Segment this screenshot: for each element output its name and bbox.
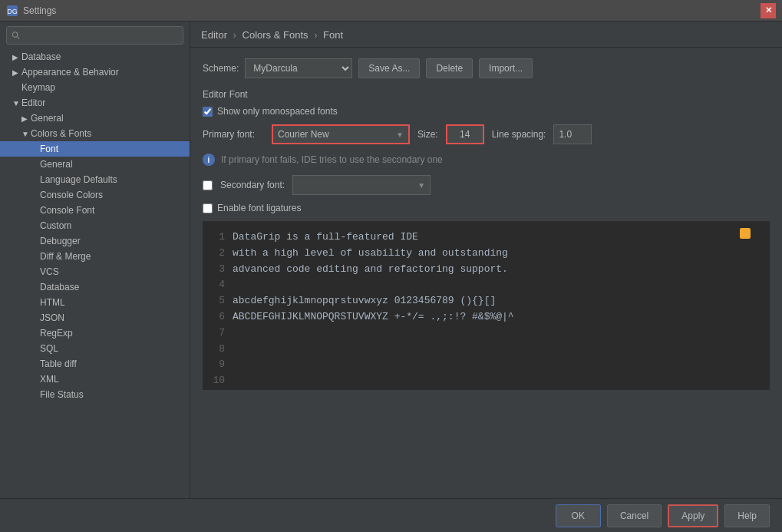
- scheme-row: Scheme: MyDarcula Darcula Default Save A…: [203, 58, 770, 78]
- line-number: 2: [211, 246, 225, 262]
- monospace-checkbox-row: Show only monospaced fonts: [203, 106, 770, 117]
- orange-indicator: [740, 228, 751, 239]
- size-input[interactable]: [446, 124, 484, 144]
- secondary-font-arrow: ▼: [417, 181, 425, 190]
- line-number: 9: [211, 357, 225, 373]
- sidebar-item-console-font[interactable]: Console Font: [0, 203, 190, 218]
- sidebar-item-label: File Status: [40, 389, 183, 400]
- sidebar-item-language-defaults[interactable]: Language Defaults: [0, 172, 190, 187]
- sidebar-item-console-colors[interactable]: Console Colors: [0, 187, 190, 203]
- sidebar-item-label: RegExp: [40, 328, 183, 339]
- sidebar-item-json[interactable]: JSON: [0, 310, 190, 325]
- line-spacing-input[interactable]: [553, 124, 592, 144]
- app-icon: DG: [6, 5, 18, 17]
- tree-arrow: ▼: [21, 130, 31, 138]
- search-box[interactable]: [6, 26, 183, 45]
- breadcrumb-part-0: Editor: [201, 29, 227, 41]
- search-input[interactable]: [23, 30, 178, 41]
- main-layout: ▶Database▶Appearance & BehaviorKeymap▼Ed…: [0, 21, 782, 498]
- scheme-label: Scheme:: [203, 63, 239, 74]
- content-area: Editor › Colors & Fonts › Font Scheme: M…: [190, 21, 782, 498]
- monospace-label: Show only monospaced fonts: [217, 106, 338, 117]
- secondary-font-checkbox[interactable]: [203, 180, 213, 190]
- list-item: 1DataGrip is a full-featured IDE: [211, 230, 761, 246]
- sidebar-item-vcs[interactable]: VCS: [0, 264, 190, 279]
- preview-text: advanced code editing and refactoring su…: [233, 262, 508, 278]
- breadcrumb-part-1: Colors & Fonts: [243, 29, 309, 41]
- save-as-button[interactable]: Save As...: [358, 58, 420, 78]
- sidebar-item-font[interactable]: Font: [0, 141, 190, 157]
- sidebar-item-label: Editor: [21, 97, 183, 108]
- sidebar-item-label: XML: [40, 374, 183, 385]
- sidebar-item-editor[interactable]: ▼Editor: [0, 95, 190, 111]
- tree-container: ▶Database▶Appearance & BehaviorKeymap▼Ed…: [0, 49, 190, 402]
- list-item: 10: [211, 373, 761, 389]
- breadcrumb: Editor › Colors & Fonts › Font: [190, 21, 782, 48]
- sidebar-item-custom[interactable]: Custom: [0, 218, 190, 233]
- line-number: 6: [211, 309, 225, 325]
- sidebar-item-general[interactable]: ▶General: [0, 111, 190, 126]
- line-number: 7: [211, 325, 225, 342]
- line-number: 3: [211, 262, 225, 278]
- line-number: 10: [211, 373, 225, 389]
- secondary-font-label: Secondary font:: [220, 180, 285, 190]
- line-number: 5: [211, 293, 225, 309]
- sidebar-item-general-cf[interactable]: General: [0, 157, 190, 172]
- import-button[interactable]: Import...: [479, 58, 533, 78]
- secondary-font-select[interactable]: ▼: [292, 175, 431, 195]
- line-number: 8: [211, 342, 225, 358]
- sidebar-item-file-status[interactable]: File Status: [0, 387, 190, 402]
- sidebar-item-label: General: [40, 159, 183, 170]
- sidebar-item-html[interactable]: HTML: [0, 295, 190, 310]
- ligatures-checkbox[interactable]: [203, 203, 213, 213]
- primary-font-row: Primary font: Courier New ▼ Size: Line s…: [203, 124, 770, 144]
- help-button[interactable]: Help: [724, 504, 770, 527]
- sidebar-item-database-cf[interactable]: Database: [0, 279, 190, 295]
- sidebar-item-sql[interactable]: SQL: [0, 341, 190, 356]
- preview-lines: 1DataGrip is a full-featured IDE2with a …: [211, 230, 761, 389]
- line-spacing-label: Line spacing:: [492, 129, 546, 140]
- preview-area: 1DataGrip is a full-featured IDE2with a …: [203, 221, 770, 390]
- preview-text: ABCDEFGHIJKLMNOPQRSTUVWXYZ +-*/= .,;:!? …: [233, 309, 514, 325]
- sidebar-item-label: SQL: [40, 343, 183, 354]
- sidebar-item-label: Database: [21, 51, 183, 62]
- sidebar-item-diff-merge[interactable]: Diff & Merge: [0, 249, 190, 264]
- sidebar-item-label: General: [31, 113, 183, 124]
- primary-font-select[interactable]: Courier New ▼: [272, 124, 410, 144]
- sidebar-item-table-diff[interactable]: Table diff: [0, 356, 190, 372]
- sidebar-item-colors-fonts[interactable]: ▼Colors & Fonts: [0, 126, 190, 141]
- sidebar-item-label: JSON: [40, 312, 183, 323]
- tree-arrow: ▶: [12, 53, 21, 61]
- breadcrumb-part-2: Font: [323, 29, 343, 41]
- ligatures-checkbox-row: Enable font ligatures: [203, 203, 770, 213]
- list-item: 6ABCDEFGHIJKLMNOPQRSTUVWXYZ +-*/= .,;:!?…: [211, 309, 761, 325]
- ok-button[interactable]: OK: [556, 504, 601, 527]
- sidebar-item-xml[interactable]: XML: [0, 372, 190, 387]
- sidebar-item-debugger[interactable]: Debugger: [0, 233, 190, 249]
- sidebar-item-label: HTML: [40, 297, 183, 308]
- apply-button[interactable]: Apply: [668, 504, 718, 527]
- sidebar-item-label: Table diff: [40, 359, 183, 369]
- sidebar-item-database[interactable]: ▶Database: [0, 49, 190, 64]
- info-icon: i: [203, 154, 215, 166]
- cancel-button[interactable]: Cancel: [607, 504, 662, 527]
- size-label: Size:: [417, 129, 438, 140]
- svg-point-2: [12, 32, 18, 38]
- tree-arrow: ▶: [12, 68, 21, 77]
- line-number: 4: [211, 277, 225, 293]
- sidebar-item-regexp[interactable]: RegExp: [0, 325, 190, 341]
- preview-text: DataGrip is a full-featured IDE: [233, 230, 418, 246]
- close-button[interactable]: ✕: [761, 3, 776, 18]
- list-item: 3advanced code editing and refactoring s…: [211, 262, 761, 278]
- sidebar-item-label: Colors & Fonts: [31, 128, 183, 139]
- section-title: Editor Font: [203, 89, 770, 100]
- sidebar-item-appearance-behavior[interactable]: ▶Appearance & Behavior: [0, 64, 190, 80]
- scheme-select[interactable]: MyDarcula Darcula Default: [245, 58, 352, 78]
- delete-button[interactable]: Delete: [426, 58, 473, 78]
- sidebar-item-label: Appearance & Behavior: [21, 67, 183, 78]
- window-title: Settings: [23, 5, 761, 16]
- sidebar-item-label: Font: [40, 144, 183, 154]
- sidebar-item-keymap[interactable]: Keymap: [0, 80, 190, 95]
- monospace-checkbox[interactable]: [203, 107, 213, 117]
- sidebar-item-label: Keymap: [21, 82, 183, 93]
